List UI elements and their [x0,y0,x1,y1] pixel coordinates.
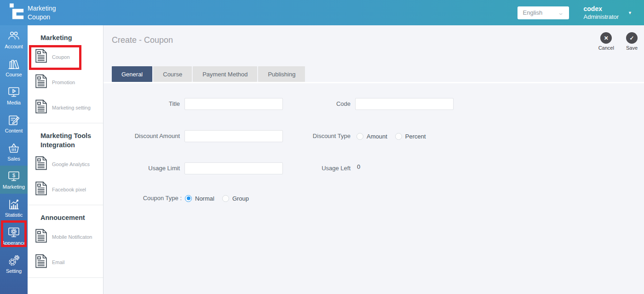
section-title-marketing-tools: Marketing Tools Integration [28,123,103,151]
document-icon [35,254,47,270]
menu-item-email[interactable]: Email [28,249,103,275]
menu-item-coupon[interactable]: Coupon [28,44,103,69]
cancel-label: Cancel [598,45,614,51]
document-icon [35,229,47,245]
discount-amount-input[interactable] [184,130,283,142]
monitor-play-icon [7,86,20,98]
radio-percent[interactable] [395,133,402,140]
document-icon [35,49,47,65]
user-menu-caret-icon[interactable]: ▼ [628,11,632,15]
document-icon [35,74,47,90]
save-button[interactable]: ✓ Save [626,32,638,51]
users-icon [7,30,20,42]
sidebar-item-label: Marketing [3,184,25,190]
menu-item-label: Mobile Notificaton [52,234,92,240]
sidebar-item-setting[interactable]: Setting [0,250,28,278]
page-title: Create - Coupon [112,35,173,45]
section-title-annoucement: Annoucement [28,205,103,224]
language-value: English [523,9,543,16]
menu-item-facebook-pixel[interactable]: Facebook pixel [28,177,103,202]
page-breadcrumb: Marketing Coupon [28,4,56,22]
main-content: Create - Coupon ✕ Cancel ✓ Save General … [104,25,644,294]
discount-type-radio-group: Amount Percent [356,130,434,142]
menu-item-marketing-setting[interactable]: Marketing setting [28,95,103,120]
discount-type-label: Discount Type [283,130,351,142]
menu-item-promotion[interactable]: Promotion [28,69,103,95]
sidebar-item-label: Media [7,100,21,105]
menu-item-label: Marketing setting [52,105,91,110]
monitor-dollar-icon: $ [7,170,20,182]
menu-item-label: Coupon [52,54,70,60]
app-logo[interactable] [0,3,28,23]
menu-item-label: Email [52,259,65,265]
sidebar-item-label: Content [5,128,23,133]
usage-limit-input[interactable] [184,162,283,174]
document-icon [35,181,47,197]
radio-percent-label: Percent [405,133,426,140]
document-icon [35,156,47,172]
basket-icon [7,142,20,154]
sidebar-item-label: Apperance [1,240,26,246]
sidebar-item-sales[interactable]: Sales [0,138,28,166]
cancel-x-icon: ✕ [600,32,612,44]
usage-left-value: 0 [357,163,360,170]
sidebar-item-label: Account [5,44,23,49]
radio-group-label: Group [232,195,249,202]
sidebar-item-apperance[interactable]: Apperance [0,222,28,250]
menu-item-label: Google Analytics [52,161,90,167]
sidebar-item-statistic[interactable]: Statistic [0,194,28,222]
sidebar-item-label: Sales [7,156,20,161]
tab-underline [104,82,644,83]
tab-payment-method[interactable]: Payment Method [193,66,257,82]
coupon-type-radio-group: Normal Group [185,192,257,204]
language-select[interactable]: English ⌄ [518,6,569,19]
title-label: Title [104,98,180,110]
sidebar-item-media[interactable]: Media [0,81,28,110]
edit-note-icon [7,114,20,126]
tab-course[interactable]: Course [153,66,192,82]
menu-item-google-analytics[interactable]: Google Analytics [28,151,103,177]
radio-amount-label: Amount [367,133,387,140]
section-title-marketing: Marketing [28,25,103,44]
section-divider [28,277,103,278]
menu-item-label: Promotion [52,80,75,85]
sidebar-item-marketing[interactable]: $ Marketing [0,166,28,194]
tab-publishing[interactable]: Publishing [258,66,305,82]
save-label: Save [626,45,638,51]
code-label: Code [283,98,351,110]
radio-normal-label: Normal [195,195,214,202]
radio-group[interactable] [222,195,229,202]
codex-logo-icon [10,3,26,21]
title-input[interactable] [184,98,283,110]
cancel-button[interactable]: ✕ Cancel [598,32,614,51]
coupon-type-label: Coupon Type : [104,192,182,204]
sidebar-item-account[interactable]: Account [0,25,28,53]
primary-sidebar: Account Course Media Content [0,25,28,294]
books-icon [7,58,20,70]
user-role: Administrator [584,13,619,21]
app-header: Marketing Coupon English ⌄ codex Adminis… [0,0,644,25]
radio-normal[interactable] [185,195,192,202]
bar-chart-icon [7,198,20,210]
save-check-icon: ✓ [626,32,638,44]
breadcrumb-line1: Marketing [28,4,56,13]
usage-left-label: Usage Left [283,162,351,174]
menu-item-mobile-notification[interactable]: Mobile Notificaton [28,224,103,249]
code-input[interactable] [355,98,454,110]
document-icon [35,99,47,115]
sidebar-item-label: Course [6,72,22,77]
sidebar-item-course[interactable]: Course [0,53,28,81]
tab-bar: General Course Payment Method Publishing [112,66,306,82]
secondary-sidebar: Marketing Coupon Promotion Marke [28,25,104,294]
gears-icon [7,254,20,266]
svg-text:$: $ [12,173,15,178]
user-menu[interactable]: codex Administrator [584,5,619,21]
radio-amount[interactable] [356,133,363,140]
tab-general[interactable]: General [112,66,152,82]
usage-limit-label: Usage Limit [104,162,180,174]
discount-amount-label: Discount Amount [104,130,180,142]
breadcrumb-line2: Coupon [28,13,56,22]
sidebar-item-label: Setting [6,268,22,274]
monitor-gear-icon [7,226,20,238]
sidebar-item-content[interactable]: Content [0,110,28,138]
